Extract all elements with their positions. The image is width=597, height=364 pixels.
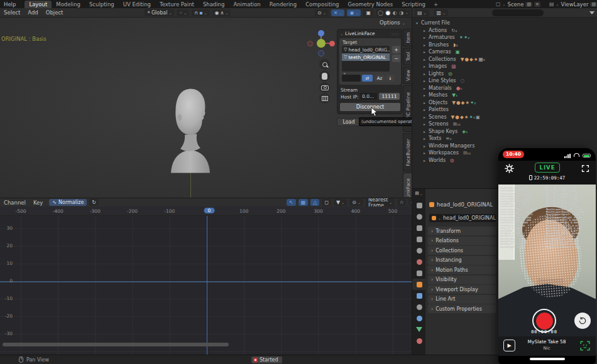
filter-dropdown[interactable]: ▼⌄ xyxy=(334,199,347,206)
graph-menu[interactable]: Channel xyxy=(0,200,30,206)
properties-tab-collection[interactable] xyxy=(412,267,426,279)
camera-view-button[interactable] xyxy=(319,82,330,93)
properties-tab-object-data[interactable] xyxy=(412,324,426,335)
outliner-row[interactable]: ▸ Lights ◎ xyxy=(415,70,597,78)
scene-name[interactable]: Scene xyxy=(507,1,523,8)
sidebar-tab[interactable]: View xyxy=(403,67,412,84)
scene-selector[interactable]: ▢⌄ Scene ▨ ✕ xyxy=(496,1,540,8)
sidebar-tab[interactable]: Item xyxy=(403,29,412,46)
viewport-menu[interactable]: Object xyxy=(42,9,67,16)
only-errors-toggle[interactable]: △ xyxy=(310,199,319,206)
object-name-field[interactable]: ⌄ head_lod0_ORIGINAL xyxy=(429,214,496,222)
outliner-root-row[interactable]: ▾ Current File xyxy=(415,19,597,27)
expand-arrow-icon[interactable]: ▸ xyxy=(422,35,427,40)
3d-viewport[interactable]: Options ⌄ ORIGINAL : Basis xyxy=(0,18,412,198)
expand-arrow-icon[interactable]: ▸ xyxy=(422,107,427,112)
outliner-row[interactable]: ▸ Shape Keys ◈₄ xyxy=(415,128,597,136)
rendered-shading-icon[interactable]: ◑ xyxy=(399,10,403,16)
properties-tab-scene[interactable] xyxy=(412,245,426,256)
property-section[interactable]: Transform xyxy=(428,227,496,235)
viewlayer-selector[interactable]: ▤⌄ ViewLayer ▨ xyxy=(549,1,597,8)
workspace-tab[interactable]: Rendering xyxy=(265,1,301,8)
properties-tab-output[interactable] xyxy=(412,222,426,233)
snap-mode-dropdown[interactable]: Nearest Frame ⌄ xyxy=(366,198,395,206)
outliner-row[interactable]: ▸ Images ▨ xyxy=(415,63,597,70)
status-report[interactable]: Started xyxy=(251,356,282,363)
pivot-chip[interactable]: ⊙⌄ xyxy=(315,9,329,16)
recording-time-pill[interactable]: 10:40 xyxy=(503,151,524,158)
sidebar-tab[interactable]: Tool xyxy=(403,48,412,65)
target-list-item[interactable]: ▽ head_lod0_ORIG... xyxy=(342,46,390,53)
expand-arrow-icon[interactable]: ▸ xyxy=(422,151,427,155)
property-section[interactable]: Instancing xyxy=(428,256,496,265)
host-ip-field[interactable]: 0.0... xyxy=(360,93,377,100)
refresh-button[interactable]: ↻ xyxy=(89,199,99,206)
viewport-menu[interactable]: Add xyxy=(24,9,41,16)
expand-arrow-icon[interactable]: ▸ xyxy=(422,93,427,97)
workspace-tab[interactable]: Compositing xyxy=(301,1,343,8)
gizmo-z-neg-axis[interactable] xyxy=(318,50,324,56)
magnet-toggle[interactable]: ∩ xyxy=(397,199,406,206)
overlay-toggle-chip[interactable]: ◉⌄ xyxy=(347,9,361,16)
outliner-row[interactable]: ▸ Actions ↻₂ xyxy=(415,27,597,35)
graph-menu[interactable]: Key xyxy=(30,200,47,206)
face-detect-button[interactable] xyxy=(579,340,591,351)
swap-button[interactable]: ⇄ xyxy=(362,75,373,82)
live-button[interactable]: LIVE xyxy=(535,163,560,173)
workspace-tab[interactable]: Sculpting xyxy=(85,1,119,8)
property-section[interactable]: Motion Paths xyxy=(428,265,496,274)
gear-icon[interactable] xyxy=(505,164,514,173)
playhead-chip[interactable]: 0 xyxy=(204,208,215,213)
workspace-tab[interactable]: Animation xyxy=(229,1,265,8)
editor-type-dropdown[interactable]: ▤⌄ xyxy=(414,191,424,196)
search-input[interactable] xyxy=(492,9,544,16)
properties-tab-object[interactable] xyxy=(412,279,426,290)
expand-arrow-icon[interactable]: ▸ xyxy=(422,50,427,54)
port-field[interactable]: 11111 xyxy=(379,93,400,100)
material-shading-icon[interactable]: ◐ xyxy=(393,10,397,16)
outliner-row[interactable]: ▸ Meshes ▼₄ xyxy=(415,92,597,99)
gizmo-y-axis[interactable] xyxy=(317,39,326,48)
gizmo-x-neg-axis[interactable] xyxy=(307,41,313,46)
viewport-menu[interactable]: Select xyxy=(0,9,24,16)
expand-arrow-icon[interactable]: ▸ xyxy=(422,57,427,62)
flip-camera-button[interactable] xyxy=(574,313,591,329)
sort-alpha-button[interactable]: Az xyxy=(375,75,385,82)
workspace-tab[interactable]: Scripting xyxy=(397,1,430,8)
add-workspace-button[interactable]: + xyxy=(434,1,438,8)
zoom-button[interactable] xyxy=(319,59,330,70)
normalize-toggle[interactable]: ∿ Normalize xyxy=(49,199,87,206)
expand-arrow-icon[interactable]: ▸ xyxy=(422,129,427,134)
properties-tab-render[interactable] xyxy=(412,211,426,222)
head-model[interactable] xyxy=(150,83,231,174)
expand-arrow-icon[interactable]: ▸ xyxy=(422,136,427,141)
expand-arrow-icon[interactable]: ▸ xyxy=(422,72,427,76)
property-section[interactable]: Visibility xyxy=(428,276,496,284)
expand-arrow-icon[interactable]: ▸ xyxy=(422,64,427,68)
workspace-tab[interactable]: Geometry Nodes xyxy=(343,1,397,8)
ortho-toggle-button[interactable] xyxy=(319,93,330,104)
gizmo-x-axis[interactable] xyxy=(329,41,335,46)
sort-down-button[interactable]: ↓ xyxy=(386,75,395,82)
horizontal-scrollbar[interactable] xyxy=(3,343,229,346)
timeline-ruler[interactable]: -500-400-300-200-1000100200300400500 xyxy=(0,206,412,216)
workspace-tab[interactable]: Modeling xyxy=(52,1,85,8)
playhead-line[interactable] xyxy=(207,216,208,355)
filter-funnel-icon[interactable] xyxy=(589,11,594,14)
expand-arrow-icon[interactable]: ▸ xyxy=(422,122,427,126)
panel-header[interactable]: ⌄ LiveLinkFace :::: xyxy=(337,29,402,38)
sidebar-tab[interactable]: FaceBuilder xyxy=(403,133,412,171)
solid-shading-icon[interactable]: ● xyxy=(385,10,391,16)
expand-arrow-icon[interactable]: ▸ xyxy=(422,28,427,33)
workspace-tab[interactable]: Layout xyxy=(25,1,52,8)
drag-handle-icon[interactable]: :::: xyxy=(392,31,399,36)
properties-tab-material[interactable] xyxy=(412,335,426,346)
gizmo-toggle-chip[interactable]: ✕⌄ xyxy=(331,9,345,16)
outliner-row[interactable]: ▸ Brushes ◗₄ xyxy=(415,41,597,49)
properties-tab-world[interactable] xyxy=(412,256,426,267)
property-section[interactable]: Viewport Display xyxy=(428,285,496,294)
pivot-dropdown[interactable]: ⊙⌄ xyxy=(349,199,363,206)
orientation-chip[interactable]: ⌖ Global ⌄ xyxy=(145,9,174,16)
viewlayer-name[interactable]: ViewLayer xyxy=(561,1,589,8)
disconnect-button[interactable]: Disconnect xyxy=(340,103,400,111)
